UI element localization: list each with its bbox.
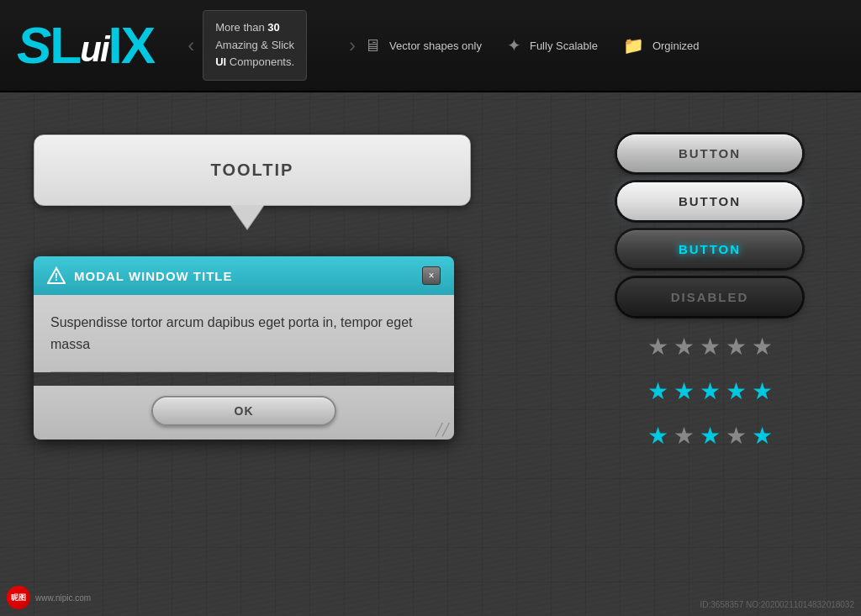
star-mixed-3[interactable]: ★: [700, 422, 721, 450]
star-cyan-4[interactable]: ★: [726, 377, 747, 405]
modal-window: ! MODAL WINDOW TITLE × Suspendisse torto…: [34, 256, 454, 440]
stars-row-cyan: ★ ★ ★ ★ ★: [647, 377, 773, 405]
modal-title-text: MODAL WINDOW TITLE: [74, 269, 233, 283]
star-mixed-4[interactable]: ★: [726, 422, 747, 450]
star-cyan-1[interactable]: ★: [647, 377, 668, 405]
stars-row-gray: ★ ★ ★ ★ ★: [647, 333, 773, 361]
button-active-label: BUTTON: [679, 194, 741, 208]
tagline-box: More than 30 Amazing & Slick UI Componen…: [203, 10, 307, 81]
feature-vector: 🖥 Vector shapes only: [364, 36, 482, 55]
star-gray-4[interactable]: ★: [726, 333, 747, 361]
ok-button[interactable]: OK: [151, 396, 336, 426]
star-mixed-5[interactable]: ★: [752, 422, 773, 450]
feature-organized-label: Orginized: [652, 39, 700, 52]
feature-scalable-label: Fully Scalable: [530, 39, 598, 52]
star-gray-2[interactable]: ★: [673, 333, 695, 361]
button-normal-label: BUTTON: [679, 146, 741, 161]
monitor-icon: 🖥: [364, 36, 381, 55]
feature-organized: 📁 Orginized: [623, 35, 700, 55]
header-right-arrow[interactable]: ›: [349, 34, 356, 57]
svg-text:!: !: [55, 271, 58, 283]
tagline-ui: UI: [215, 55, 226, 68]
button-cyan-label: BUTTON: [679, 242, 741, 256]
star-cyan-3[interactable]: ★: [700, 377, 721, 405]
modal-content-text: Suspendisse tortor arcum dapibus eget po…: [50, 312, 437, 355]
star-mixed-2[interactable]: ★: [673, 422, 695, 450]
button-cyan[interactable]: BUTTON: [617, 230, 802, 268]
button-disabled: DISABLED: [617, 278, 802, 316]
main-content: TOOLTIP ! MODAL WINDOW TITLE × Suspendis…: [0, 92, 861, 616]
nipic-url: www.nipic.com: [35, 593, 91, 603]
resize-handle[interactable]: ╱╱: [436, 423, 449, 436]
star-gray-3[interactable]: ★: [700, 333, 721, 361]
left-column: TOOLTIP ! MODAL WINDOW TITLE × Suspendis…: [34, 118, 558, 591]
star-gray-1[interactable]: ★: [647, 333, 668, 361]
feature-scalable: ✦ Fully Scalable: [507, 35, 598, 55]
star-cyan-2[interactable]: ★: [673, 377, 695, 405]
stars-row-mixed: ★ ★ ★ ★ ★: [647, 422, 773, 450]
logo-ix: IX: [108, 16, 155, 74]
button-active[interactable]: BUTTON: [617, 182, 802, 220]
tooltip-container: TOOLTIP: [34, 134, 558, 206]
modal-body: Suspendisse tortor arcum dapibus eget po…: [34, 295, 454, 372]
scalable-icon: ✦: [507, 35, 521, 55]
star-gray-5[interactable]: ★: [752, 333, 773, 361]
button-disabled-label: DISABLED: [671, 290, 749, 304]
logo-ui: ui: [80, 29, 108, 69]
tooltip-text: TOOLTIP: [211, 161, 294, 179]
tagline-line2: Amazing & Slick: [215, 39, 294, 51]
header: SLuiIX ‹ More than 30 Amazing & Slick UI…: [0, 0, 861, 92]
tooltip-box: TOOLTIP: [34, 134, 471, 206]
feature-vector-label: Vector shapes only: [389, 39, 482, 52]
modal-title-area: ! MODAL WINDOW TITLE: [47, 266, 233, 285]
logo-l: L: [50, 16, 80, 74]
right-column: BUTTON BUTTON BUTTON DISABLED ★ ★ ★ ★ ★ …: [592, 118, 827, 591]
warning-icon: !: [47, 266, 66, 285]
header-left-arrow[interactable]: ‹: [188, 34, 194, 57]
features: 🖥 Vector shapes only ✦ Fully Scalable 📁 …: [364, 35, 844, 55]
id-tag: ID:3658357 NO:20200211014832018032: [700, 600, 855, 609]
folder-icon: 📁: [623, 35, 644, 55]
modal-footer: OK ╱╱: [34, 386, 454, 440]
tagline-prefix: More than: [215, 21, 267, 34]
logo: SLuiIX: [17, 19, 154, 71]
logo-s: S: [17, 16, 50, 74]
button-normal[interactable]: BUTTON: [617, 134, 802, 172]
tagline-components: Components.: [226, 55, 294, 68]
modal-header: ! MODAL WINDOW TITLE ×: [34, 256, 454, 295]
star-mixed-1[interactable]: ★: [647, 422, 668, 450]
modal-divider: [50, 371, 437, 372]
nipic-watermark: 昵图 www.nipic.com: [7, 586, 91, 609]
modal-close-button[interactable]: ×: [422, 266, 441, 285]
nipic-logo: 昵图: [7, 586, 30, 609]
star-cyan-5[interactable]: ★: [752, 377, 773, 405]
tagline-number: 30: [267, 21, 279, 34]
